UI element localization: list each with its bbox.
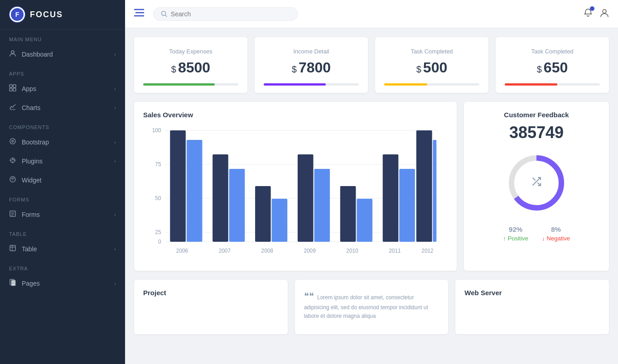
progress-bar-fill [143,83,215,86]
svg-text:50: 50 [155,195,161,201]
svg-rect-40 [212,154,228,242]
svg-point-0 [11,51,14,53]
section-label-table: TABLE [0,224,125,239]
svg-rect-49 [399,169,415,242]
svg-rect-38 [170,130,186,242]
logo-title: FOCUS [30,10,63,19]
chevron-right-icon: › [114,86,116,91]
chevron-right-icon: › [114,139,116,145]
sidebar: F FOCUS MAIN MENU Dashboard › APPS Apps … [0,0,125,364]
down-arrow-icon: ↓ [542,235,545,242]
stat-card-task2: Task Completed $650 [496,37,609,93]
svg-rect-1 [10,85,12,87]
svg-rect-3 [10,88,12,91]
chevron-right-icon: › [114,212,116,217]
chevron-right-icon: › [114,52,116,57]
bar-chart: 100 75 50 25 0 [143,126,448,262]
chevron-right-icon: › [114,281,116,286]
svg-line-26 [165,15,167,16]
currency-symbol: $ [171,64,176,74]
svg-rect-46 [340,186,356,242]
sidebar-item-charts[interactable]: Charts › [0,98,125,117]
search-input[interactable] [171,10,290,18]
sales-overview-card: Sales Overview 100 75 50 25 0 [134,102,457,271]
svg-text:100: 100 [152,127,161,134]
svg-text:75: 75 [155,161,161,168]
apps-icon [9,84,16,93]
svg-text:2011: 2011 [389,248,401,254]
progress-bar-fill [505,83,557,86]
sidebar-item-pages[interactable]: Pages › [0,274,125,293]
forms-icon [9,210,16,219]
sidebar-item-label: Apps [22,85,36,92]
bootstrap-icon [9,138,16,147]
logo: F FOCUS [0,0,125,29]
stat-value-number: 7800 [299,59,331,76]
sidebar-item-label: Dashboard [22,51,53,58]
progress-bar-fill [384,83,427,86]
chevron-right-icon: › [114,105,116,110]
svg-rect-15 [10,245,15,251]
sidebar-item-plugins[interactable]: Plugins › [0,152,125,171]
stat-card-title: Income Detail [264,48,359,55]
search-icon [161,10,167,17]
customer-feedback-card: Customer Feedback 385749 [464,102,609,271]
hamburger-button[interactable] [134,9,144,19]
progress-bar-container [264,83,359,86]
sidebar-item-widget[interactable]: Widget [0,171,125,190]
feedback-number: 385749 [509,123,564,142]
svg-rect-52 [433,140,436,242]
quote-text: ❝❝ Lorem ipsum dolor sit amet, consectet… [304,289,439,321]
sidebar-item-label: Widget [22,177,42,184]
quote-mark: ❝❝ [304,291,314,301]
stat-card-title: Task Completed [505,48,600,55]
sidebar-item-bootstrap[interactable]: Bootstrap › [0,133,125,152]
user-profile-button[interactable] [600,8,609,19]
svg-rect-41 [229,169,245,242]
dashboard-icon [9,50,16,59]
stat-card-expenses: Today Expenses $8500 [134,37,247,93]
currency-symbol: $ [416,64,421,74]
svg-point-7 [12,140,14,142]
svg-text:2012: 2012 [421,248,434,254]
search-bar[interactable] [153,7,298,21]
sidebar-item-apps[interactable]: Apps › [0,79,125,98]
table-icon [9,244,16,254]
notification-badge [590,6,594,11]
progress-bar-container [143,83,238,86]
notification-bell-button[interactable] [584,8,593,19]
shuffle-icon [531,176,542,190]
svg-text:2010: 2010 [346,248,358,254]
sidebar-item-label: Charts [22,104,40,111]
web-server-title: Web Server [464,289,600,297]
svg-text:2009: 2009 [304,248,316,254]
bar-chart-svg: 100 75 50 25 0 [143,126,448,262]
svg-rect-4 [13,88,16,91]
stat-value-number: 500 [423,59,447,76]
stat-card-task1: Task Completed $500 [375,37,488,93]
pages-icon [9,279,16,288]
sales-overview-title: Sales Overview [143,111,448,119]
sidebar-item-label: Forms [22,211,40,218]
svg-rect-19 [11,280,15,286]
plugins-icon [9,157,16,166]
project-card: Project [134,280,288,334]
project-title: Project [143,289,279,297]
sidebar-item-table[interactable]: Table › [0,239,125,259]
web-server-card: Web Server [455,280,609,334]
section-label-forms: FORMS [0,190,125,205]
svg-rect-48 [383,154,399,242]
svg-rect-43 [272,199,288,242]
sidebar-item-label: Table [22,245,37,253]
sidebar-item-dashboard[interactable]: Dashboard › [0,45,125,64]
positive-pct: 92% [503,225,528,233]
stat-card-value: $8500 [143,59,238,76]
charts-icon [9,103,16,112]
stat-card-value: $650 [505,59,600,76]
svg-text:2007: 2007 [219,248,231,254]
widget-icon [9,176,16,185]
svg-text:2008: 2008 [261,248,274,254]
feedback-stats: 92% ↑ Positive 8% ↓ Negative [503,225,570,242]
sidebar-item-forms[interactable]: Forms › [0,205,125,224]
section-label-extra: EXTRA [0,259,125,274]
